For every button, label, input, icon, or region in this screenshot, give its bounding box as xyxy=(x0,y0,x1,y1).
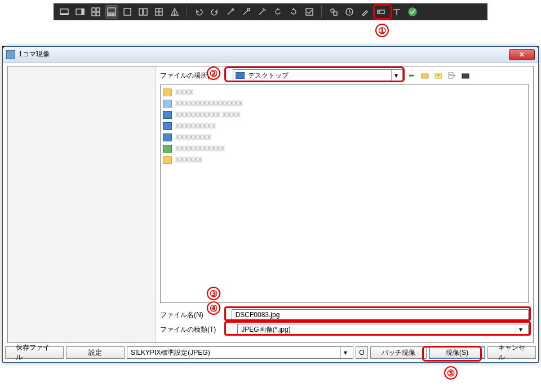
save-file-button[interactable]: 保存ファイル xyxy=(5,346,64,359)
window-title: 1コマ現像 xyxy=(19,50,50,59)
folder-icon[interactable] xyxy=(460,70,471,81)
rotate-l-button[interactable] xyxy=(272,6,284,18)
file-icon xyxy=(163,122,172,130)
list-item[interactable]: XXXXXXXXX xyxy=(163,121,526,131)
svg-rect-25 xyxy=(306,8,313,15)
file-icon xyxy=(163,111,172,119)
svg-line-30 xyxy=(349,12,351,13)
close-button[interactable]: ✕ xyxy=(509,49,535,60)
svg-rect-12 xyxy=(124,8,131,15)
batch-develop-button[interactable]: バッチ現像 xyxy=(370,346,427,359)
up-folder-icon[interactable] xyxy=(420,70,430,81)
wand-c-button[interactable] xyxy=(256,6,268,18)
cancel-button[interactable]: キャンセル xyxy=(487,346,536,359)
check-button[interactable] xyxy=(303,6,316,18)
svg-rect-14 xyxy=(144,8,147,15)
highlight-5 xyxy=(422,346,482,362)
redo-button[interactable] xyxy=(209,6,221,18)
layout-a-button[interactable] xyxy=(58,6,70,18)
titlebar: 1コマ現像 ✕ xyxy=(3,47,538,63)
svg-rect-11 xyxy=(113,14,116,16)
ok-green-button[interactable] xyxy=(406,6,419,18)
separator xyxy=(187,6,187,18)
window-icon xyxy=(6,50,15,59)
grid-plus-button[interactable] xyxy=(153,6,165,18)
list-item[interactable]: XXXXXXXX xyxy=(163,132,526,142)
svg-rect-23 xyxy=(247,8,250,11)
settings-button[interactable]: 設定 xyxy=(66,346,125,359)
svg-rect-3 xyxy=(82,9,84,15)
highlight-4 xyxy=(224,321,531,336)
rect-1-button[interactable] xyxy=(121,6,134,18)
layout-b-button[interactable] xyxy=(74,6,86,18)
highlight-1 xyxy=(373,4,392,20)
callout-5: ⑤ xyxy=(444,366,458,380)
list-item[interactable]: XXXXXXXXXX XXXX xyxy=(163,110,526,120)
svg-rect-36 xyxy=(422,74,428,78)
new-folder-icon[interactable]: * xyxy=(433,70,444,81)
highlight-2 xyxy=(224,66,405,82)
svg-rect-13 xyxy=(139,8,143,15)
file-icon xyxy=(163,145,172,153)
callout-3: ③ xyxy=(207,287,220,300)
file-list[interactable]: XXXX XXXXXXXXXXXXXXX XXXXXXXXXX XXXX XXX… xyxy=(160,84,529,303)
grid-4-button[interactable] xyxy=(90,6,102,18)
rotate-r-button[interactable] xyxy=(287,6,300,18)
back-arrow-icon[interactable]: ⬅ xyxy=(406,70,416,81)
svg-point-21 xyxy=(232,9,234,11)
develop-gear-button[interactable] xyxy=(327,6,340,18)
toolbar xyxy=(54,3,487,20)
options-button[interactable]: O xyxy=(356,346,368,359)
list-item[interactable]: XXXXXXXXXXXXXXX xyxy=(163,99,526,109)
svg-rect-6 xyxy=(92,12,95,16)
callout-1: ① xyxy=(375,24,389,37)
svg-line-24 xyxy=(259,10,264,15)
callout-4: ④ xyxy=(207,301,220,315)
highlight-3 xyxy=(224,306,531,321)
svg-line-20 xyxy=(228,10,232,15)
svg-point-19 xyxy=(174,14,175,15)
svg-text:*: * xyxy=(438,73,440,78)
callout-2: ② xyxy=(207,66,220,80)
list-item[interactable]: XXXXXXXXXXX xyxy=(163,144,526,154)
svg-rect-1 xyxy=(60,14,68,15)
svg-point-35 xyxy=(409,8,416,16)
svg-rect-27 xyxy=(334,12,337,15)
list-item[interactable]: XXXXXX xyxy=(163,155,526,165)
brush-button[interactable] xyxy=(359,6,371,18)
svg-rect-4 xyxy=(92,8,95,11)
wand-a-button[interactable] xyxy=(224,6,237,18)
left-pane xyxy=(8,66,156,342)
filename-label: ファイル名(N) xyxy=(160,310,203,320)
wand-b-button[interactable] xyxy=(240,6,252,18)
file-icon xyxy=(163,100,172,108)
rect-2-button[interactable] xyxy=(137,6,149,18)
tee-button[interactable] xyxy=(391,6,403,18)
grid-active-button[interactable] xyxy=(105,6,118,18)
view-menu-icon[interactable] xyxy=(447,70,457,81)
folder-icon xyxy=(163,156,172,164)
preset-value: SILKYPIX標準設定(JPEG) xyxy=(131,348,210,358)
location-label: ファイルの場所(I) xyxy=(160,71,214,81)
list-item[interactable]: XXXX xyxy=(163,87,526,97)
undo-button[interactable] xyxy=(193,6,205,18)
clock-button[interactable] xyxy=(343,6,356,18)
svg-rect-7 xyxy=(96,12,100,16)
svg-rect-10 xyxy=(110,14,113,16)
svg-rect-9 xyxy=(108,14,110,16)
folder-icon xyxy=(163,88,172,96)
separator xyxy=(321,6,322,18)
svg-rect-5 xyxy=(96,8,100,11)
chevron-down-icon[interactable]: ▾ xyxy=(340,347,349,358)
svg-rect-8 xyxy=(108,8,116,13)
preset-select[interactable]: SILKYPIX標準設定(JPEG) ▾ xyxy=(127,346,353,359)
dialog-body: ファイルの場所(I) デスクトップ ▾ ⬅ * XXXX XXXXXXXXXXX… xyxy=(7,66,534,343)
develop-dialog: 1コマ現像 ✕ ファイルの場所(I) デスクトップ ▾ ⬅ * XXXX XXX… xyxy=(2,46,539,363)
filetype-label: ファイルの種類(T) xyxy=(160,325,216,335)
svg-rect-42 xyxy=(462,74,469,78)
warning-button[interactable] xyxy=(168,6,181,18)
file-icon xyxy=(163,133,172,141)
